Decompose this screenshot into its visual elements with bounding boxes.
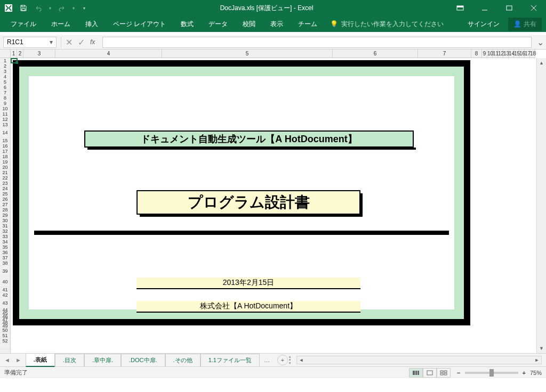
row-header[interactable]: 43: [0, 298, 10, 308]
enter-icon[interactable]: ✓: [78, 37, 85, 47]
tab-file[interactable]: ファイル: [4, 16, 43, 32]
row-header[interactable]: 25: [0, 191, 10, 197]
row-header[interactable]: [0, 344, 10, 349]
minimize-button[interactable]: [472, 0, 497, 16]
select-all-corner[interactable]: [0, 50, 11, 58]
row-header[interactable]: 35: [0, 244, 10, 250]
signin-link[interactable]: サインイン: [461, 20, 506, 29]
tab-insert[interactable]: 挿入: [79, 16, 105, 32]
redo-dropdown-icon[interactable]: ▾: [73, 6, 75, 11]
tab-data[interactable]: データ: [202, 16, 234, 32]
column-header[interactable]: 4: [55, 50, 162, 58]
row-header[interactable]: 1: [0, 58, 10, 63]
new-sheet-button[interactable]: +: [277, 355, 288, 365]
tab-team[interactable]: チーム: [292, 16, 324, 32]
row-header[interactable]: 15: [0, 138, 10, 143]
formula-input[interactable]: [102, 37, 532, 48]
tell-me[interactable]: 💡 実行したい作業を入力してください: [330, 20, 444, 29]
formula-expand-icon[interactable]: ⌄: [535, 37, 546, 47]
column-header[interactable]: 1: [11, 50, 17, 58]
close-button[interactable]: [521, 0, 546, 16]
row-header[interactable]: 9: [0, 101, 10, 106]
scroll-down-icon[interactable]: ▼: [537, 344, 546, 353]
column-header[interactable]: 9: [482, 50, 487, 58]
row-header[interactable]: 5: [0, 79, 10, 85]
tab-review[interactable]: 校閲: [236, 16, 262, 32]
row-header[interactable]: 17: [0, 149, 10, 154]
column-header[interactable]: 10: [487, 50, 493, 58]
fx-icon[interactable]: fx: [90, 38, 95, 46]
row-header[interactable]: 36: [0, 250, 10, 255]
row-header[interactable]: 6: [0, 85, 10, 90]
tab-formulas[interactable]: 数式: [174, 16, 200, 32]
column-header[interactable]: 18: [530, 50, 535, 58]
row-header[interactable]: 7: [0, 90, 10, 95]
zoom-in-button[interactable]: +: [523, 370, 526, 376]
sheet-tab-filelist[interactable]: 1.1ファイル一覧: [200, 354, 260, 366]
ribbon-display-icon[interactable]: [448, 0, 472, 16]
qat-dropdown-icon[interactable]: ▾: [83, 6, 85, 11]
column-header[interactable]: 8: [471, 50, 482, 58]
zoom-out-button[interactable]: −: [457, 370, 460, 376]
undo-icon[interactable]: [34, 4, 43, 12]
row-header[interactable]: 52: [0, 338, 10, 344]
view-normal-button[interactable]: [409, 368, 423, 378]
maximize-button[interactable]: [497, 0, 521, 16]
row-header[interactable]: 18: [0, 154, 10, 159]
tab-home[interactable]: ホーム: [45, 16, 77, 32]
view-pagebreak-button[interactable]: [437, 368, 451, 378]
row-header[interactable]: 19: [0, 159, 10, 165]
column-header[interactable]: 3: [23, 50, 55, 58]
sheet-tab-cover[interactable]: .表紙: [26, 353, 55, 367]
horizontal-scrollbar[interactable]: ◄ ►: [296, 356, 542, 364]
zoom-level[interactable]: 75%: [530, 370, 542, 376]
row-header[interactable]: 27: [0, 202, 10, 207]
row-header[interactable]: 14: [0, 127, 10, 138]
column-header[interactable]: 15: [514, 50, 519, 58]
tab-splitter[interactable]: [289, 356, 291, 364]
row-header[interactable]: 26: [0, 197, 10, 202]
column-header[interactable]: 6: [333, 50, 418, 58]
column-header[interactable]: 17: [525, 50, 530, 58]
row-header[interactable]: 33: [0, 234, 10, 239]
row-header[interactable]: 38: [0, 260, 10, 266]
grid-content[interactable]: ドキュメント自動生成ツール【A HotDocument】 プログラム設計書 20…: [11, 58, 535, 353]
row-header[interactable]: 10: [0, 106, 10, 111]
redo-icon[interactable]: [58, 4, 66, 12]
column-header[interactable]: 12: [498, 50, 503, 58]
row-header[interactable]: 29: [0, 213, 10, 218]
row-header[interactable]: 40: [0, 276, 10, 287]
row-header[interactable]: 31: [0, 223, 10, 228]
row-header[interactable]: 30: [0, 218, 10, 223]
row-header[interactable]: 24: [0, 186, 10, 191]
row-header[interactable]: 12: [0, 117, 10, 122]
zoom-slider[interactable]: [465, 372, 518, 374]
sheet-tab-other[interactable]: .その他: [165, 354, 200, 366]
row-header[interactable]: 11: [0, 111, 10, 117]
row-header[interactable]: 41: [0, 287, 10, 292]
tab-nav-prev-icon[interactable]: ◄: [2, 356, 12, 364]
row-header[interactable]: 22: [0, 175, 10, 181]
column-header[interactable]: 7: [418, 50, 471, 58]
name-box[interactable]: R1C1 ▾: [3, 37, 57, 48]
row-header[interactable]: 50: [0, 328, 10, 333]
sheet-tab-chapter[interactable]: .章中扉.: [84, 354, 121, 366]
row-header[interactable]: 16: [0, 143, 10, 149]
scroll-up-icon[interactable]: ▲: [537, 58, 546, 68]
row-header[interactable]: 34: [0, 239, 10, 244]
column-header[interactable]: 16: [519, 50, 525, 58]
row-header[interactable]: 51: [0, 333, 10, 338]
vertical-scrollbar[interactable]: ▲ ▼: [536, 58, 546, 353]
column-header[interactable]: 13: [503, 50, 509, 58]
column-header[interactable]: 2: [17, 50, 23, 58]
row-header[interactable]: 42: [0, 292, 10, 298]
sheet-tab-more[interactable]: …: [260, 355, 274, 365]
row-header[interactable]: 20: [0, 165, 10, 170]
tab-view[interactable]: 表示: [264, 16, 290, 32]
row-header[interactable]: 37: [0, 255, 10, 260]
hscroll-left-icon[interactable]: ◄: [297, 356, 306, 364]
zoom-slider-handle[interactable]: [489, 369, 494, 377]
cancel-icon[interactable]: ✕: [66, 37, 73, 47]
share-button[interactable]: 👤 共有: [508, 18, 542, 31]
row-header[interactable]: 2: [0, 63, 10, 69]
